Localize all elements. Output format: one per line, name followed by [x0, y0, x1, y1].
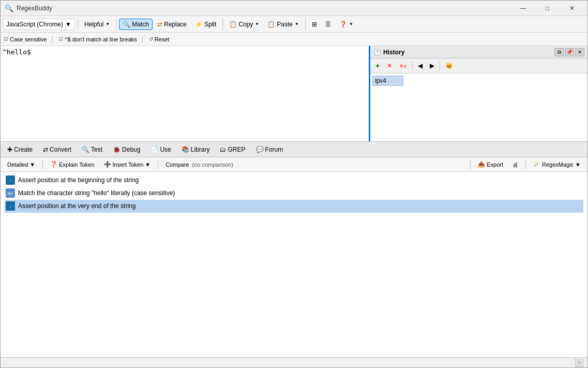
regexmagic-button[interactable]: 🪄 RegexMagic ▼ — [530, 159, 584, 169]
explain-token-button[interactable]: ❓ Explain Token — [47, 159, 98, 169]
library-label: Library — [191, 146, 210, 153]
insert-token-label: Insert Token — [113, 161, 144, 168]
history-delete-all-button[interactable]: ✕✕ — [396, 62, 410, 70]
line-breaks-label: ^$ don't match at line breaks — [65, 36, 137, 42]
detail-toolbar: Detailed ▼ ❓ Explain Token ➕ Insert Toke… — [1, 157, 587, 172]
case-sensitive-option[interactable]: ☑ Case sensitive — [4, 36, 47, 42]
history-header: 🕐 History ⧉ 📌 ✕ — [370, 46, 587, 58]
maximize-button[interactable]: □ — [536, 1, 559, 16]
paste-button[interactable]: 📋 Paste ▼ — [264, 19, 303, 30]
detail-sep1 — [42, 160, 43, 169]
separator2 — [116, 19, 116, 30]
test-label: Test — [91, 146, 102, 153]
library-icon: 📚 — [182, 146, 189, 153]
copy-label: Copy — [238, 21, 253, 28]
history-header-controls: ⧉ 📌 ✕ — [554, 48, 584, 56]
print-button[interactable]: 🖨 — [509, 160, 522, 169]
compare-value: (no comparison) — [192, 161, 233, 168]
insert-token-icon: ➕ — [104, 161, 111, 168]
history-add-button[interactable]: + — [372, 60, 383, 71]
export-button[interactable]: 📤 Export — [474, 159, 507, 169]
explain-token-icon: ❓ — [50, 161, 57, 168]
use-tab[interactable]: 📄 Use — [146, 144, 175, 155]
hist-sep1 — [412, 61, 413, 70]
list-button[interactable]: ☰ — [322, 19, 335, 30]
history-item-label: ipv4 — [375, 77, 386, 84]
token-icon-anchor1: ↓ — [6, 175, 15, 185]
toolbar2-sep2: │ — [141, 36, 145, 42]
export-label: Export — [487, 161, 503, 168]
history-restore-button[interactable]: ⧉ — [554, 48, 564, 56]
help-dropdown-icon: ▼ — [349, 22, 353, 26]
detailed-label: Detailed — [7, 161, 28, 168]
forum-tab[interactable]: 💬 Forum — [251, 144, 288, 155]
match-icon: 🔍 — [123, 21, 130, 28]
token-icon-anchor2: ↓ — [6, 201, 15, 211]
history-close-button[interactable]: ✕ — [575, 48, 584, 56]
flavor-dropdown-icon: ▼ — [65, 21, 71, 28]
match-button[interactable]: 🔍 Match — [119, 19, 153, 30]
detailed-mode-button[interactable]: Detailed ▼ — [4, 160, 39, 169]
close-button[interactable]: ✕ — [560, 1, 583, 16]
grid-button[interactable]: ⊞ — [308, 19, 321, 30]
history-back-button[interactable]: ◀ — [415, 61, 426, 71]
copy-button[interactable]: 📋 Copy ▼ — [225, 19, 263, 30]
grep-tab[interactable]: 🗂 GREP — [215, 144, 250, 155]
history-delete-button[interactable]: ✕ — [384, 61, 395, 71]
flavor-label: JavaScript (Chrome) — [6, 21, 63, 28]
token-row: ↓ Assert position at the beginning of th… — [5, 174, 583, 187]
history-pin-button[interactable]: 📌 — [565, 48, 574, 56]
flavor-selector[interactable]: JavaScript (Chrome) ▼ — [3, 19, 75, 30]
size-grip[interactable]: ⤡ — [575, 359, 583, 367]
reset-option[interactable]: ↺ Reset — [149, 36, 170, 42]
grid-icon: ⊞ — [312, 21, 317, 28]
helpful-dropdown-icon: ▼ — [105, 22, 110, 26]
toolbar2-sep1: │ — [51, 36, 55, 42]
create-label: Create — [14, 146, 33, 153]
history-toolbar: + ✕ ✕✕ ◀ ▶ 🐱 — [370, 58, 587, 73]
token-description-1: Assert position at the beginning of the … — [18, 176, 139, 184]
history-forward-button[interactable]: ▶ — [427, 61, 438, 71]
helpful-label: Helpful — [84, 21, 103, 28]
create-tab[interactable]: ✚ Create — [3, 144, 37, 155]
help-icon: ❓ — [339, 21, 347, 28]
history-cat-button[interactable]: 🐱 — [442, 61, 456, 71]
create-icon: ✚ — [7, 146, 12, 153]
use-label: Use — [160, 146, 171, 153]
minimize-button[interactable]: — — [511, 1, 535, 16]
insert-token-button[interactable]: ➕ Insert Token ▼ — [100, 159, 155, 169]
regex-panel: ^hello$ — [1, 46, 370, 141]
regexmagic-dropdown-icon: ▼ — [575, 161, 581, 168]
line-breaks-checkbox-icon: ☑ — [58, 36, 63, 42]
copy-dropdown-icon: ▼ — [255, 22, 259, 26]
replace-label: Replace — [164, 21, 187, 28]
helpful-button[interactable]: Helpful ▼ — [81, 19, 113, 30]
insert-token-dropdown-icon: ▼ — [145, 161, 150, 168]
token-list: ↓ Assert position at the beginning of th… — [1, 172, 587, 215]
history-title: 🕐 History — [373, 49, 404, 56]
split-button[interactable]: ⚡ Split — [191, 19, 220, 30]
main-toolbar: JavaScript (Chrome) ▼ Helpful ▼ 🔍 Match … — [1, 16, 587, 33]
library-tab[interactable]: 📚 Library — [177, 144, 215, 155]
print-icon: 🖨 — [512, 161, 518, 168]
compare-button[interactable]: Compare (no comparison) — [162, 160, 237, 169]
test-tab[interactable]: 🔍 Test — [77, 144, 107, 155]
replace-icon: ⇄ — [157, 21, 162, 28]
paste-icon: 📋 — [267, 21, 275, 28]
paste-label: Paste — [277, 21, 293, 28]
split-icon: ⚡ — [195, 21, 203, 28]
help-button[interactable]: ❓ ▼ — [336, 19, 357, 30]
regex-input[interactable]: ^hello$ — [3, 48, 367, 139]
list-icon: ☰ — [325, 21, 331, 28]
reset-label: Reset — [155, 36, 170, 42]
replace-button[interactable]: ⇄ Replace — [154, 19, 190, 30]
app-title: RegexBuddy — [17, 5, 511, 12]
use-icon: 📄 — [150, 146, 158, 153]
token-row: ↓ Assert position at the very end of the… — [5, 200, 583, 213]
line-breaks-option[interactable]: ☑ ^$ don't match at line breaks — [58, 36, 137, 42]
debug-tab[interactable]: 🐞 Debug — [108, 144, 145, 155]
convert-tab[interactable]: ⇄ Convert — [38, 144, 76, 155]
grep-icon: 🗂 — [220, 146, 226, 153]
forum-label: Forum — [265, 146, 283, 153]
history-item-ipv4[interactable]: ipv4 — [372, 76, 403, 86]
